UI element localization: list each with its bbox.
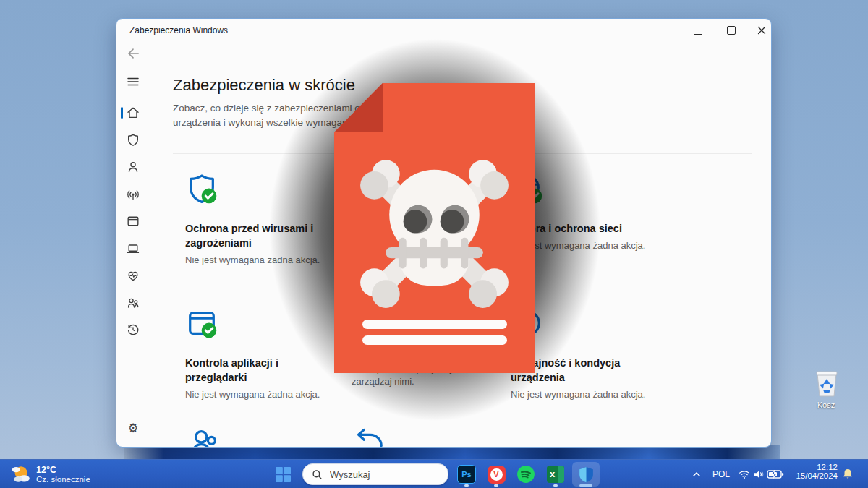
tray-wifi-button[interactable] [738,468,751,484]
tray-language[interactable]: POL [712,469,730,479]
taskbar-app-photoshop[interactable]: Ps [454,462,480,487]
back-arrow-icon [125,46,141,61]
minimize-icon [694,34,702,35]
sidebar-item-family-options[interactable] [116,289,150,317]
history-arrow-icon [352,426,385,448]
sidebar-item-home[interactable] [116,99,150,127]
running-indicator [464,484,469,487]
sidebar-item-account-protection[interactable] [116,153,150,181]
running-indicator [494,484,498,487]
history-clock-icon [126,322,140,337]
malware-file-icon [334,83,535,373]
weather-condition: Cz. słonecznie [36,475,90,484]
sidebar-item-device-performance[interactable] [116,262,150,289]
laptop-icon [126,241,140,256]
family-options-icon [189,426,222,448]
recycle-bin-shortcut[interactable] [813,369,841,402]
photoshop-label: Ps [461,470,471,479]
tile-family-options[interactable] [189,426,222,448]
network-broadcast-icon [126,187,140,202]
tile-app-browser-control[interactable]: Kontrola aplikacji i przeglądarki Nie je… [185,307,341,401]
tray-volume-button[interactable] [752,468,765,484]
family-icon [126,296,140,310]
desktop: Zabezpieczenia Windows [0,0,868,488]
tray-time: 12:12 [788,463,838,471]
search-input[interactable] [328,468,440,481]
tile-status: Nie jest wymagana żadna akcja. [185,388,341,401]
taskbar-app-vivaldi[interactable]: V [483,462,509,487]
minimize-button[interactable] [692,29,704,40]
gear-icon: ⚙ [127,422,138,435]
app-window-check-icon [185,307,218,340]
sidebar-item-settings[interactable]: ⚙ [116,414,150,442]
battery-charging-icon [767,468,784,480]
malware-file-fold [334,83,383,132]
taskbar-app-windows-security-active[interactable] [572,462,600,487]
excel-icon: x [547,466,564,483]
windows-security-shield-icon [577,466,595,484]
weather-widget[interactable]: 12°C Cz. słonecznie [9,463,90,486]
sidebar-item-protection-history[interactable] [116,316,150,343]
recycle-bin-label: Kosz [804,401,848,409]
vivaldi-icon: V [488,466,506,484]
taskbar: 12°C Cz. słonecznie Ps [0,459,868,488]
tile-virus-protection[interactable]: Ochrona przed wirusami i zagrożeniami Ni… [185,172,341,267]
doc-text-line [362,320,507,329]
excel-label: x [550,468,555,479]
skull-crossbones-icon [346,142,523,320]
close-button[interactable] [756,25,767,36]
tray-chevron-button[interactable] [691,468,702,483]
spotify-icon [516,465,535,484]
close-icon [757,26,766,35]
tile-title: Kontrola aplikacji i przeglądarki [185,356,341,385]
tile-status: Nie jest wymagana żadna akcja. [185,254,341,267]
window-title: Zabezpieczenia Windows [129,25,228,35]
vivaldi-label: V [490,468,503,481]
app-window-icon [126,214,140,228]
home-icon [126,106,140,120]
photoshop-icon: Ps [457,465,476,484]
tray-clock[interactable]: 12:12 15/04/2024 [788,463,838,480]
sidebar-item-app-browser-control[interactable] [116,207,150,235]
maximize-button[interactable] [726,25,737,36]
shield-icon [126,133,140,147]
notification-bell-icon [841,467,855,481]
person-icon [126,160,140,174]
maximize-icon [727,26,736,35]
weather-temp: 12°C [36,465,90,475]
excel-icon-panel [558,466,564,483]
speaker-icon [752,468,765,481]
windows-security-window: Zabezpieczenia Windows [116,18,772,448]
recycle-bin-icon [813,369,841,399]
taskbar-app-excel[interactable]: x [542,462,569,487]
running-indicator [553,484,558,487]
tile-protection-history[interactable] [352,426,385,448]
tile-status: Nie jest wymagana żadna akcja. [511,388,666,401]
shield-check-icon [185,172,218,205]
tray-notification-button[interactable] [841,467,855,484]
tile-title: Ochrona przed wirusami i zagrożeniami [185,221,341,250]
tray-date: 15/04/2024 [788,471,838,480]
page-title: Zabezpieczenia w skrócie [173,76,355,95]
divider-bottom [173,411,752,411]
heart-pulse-icon [126,268,140,283]
taskbar-app-spotify[interactable] [513,462,539,487]
start-button[interactable] [272,463,294,485]
search-icon [312,469,323,480]
wifi-icon [738,468,751,481]
doc-text-line [362,335,507,345]
hamburger-icon [126,74,140,89]
search-box[interactable] [302,463,448,485]
sidebar-item-device-security[interactable] [116,235,150,262]
back-button[interactable] [125,46,141,64]
windows-logo-icon [276,467,291,482]
sidebar-item-virus-protection[interactable] [116,127,150,154]
menu-button[interactable] [126,74,140,92]
weather-partly-sunny-icon [9,463,32,486]
chevron-up-icon [691,468,702,480]
sidebar-item-firewall-network[interactable] [116,181,150,208]
tray-battery-button[interactable] [767,468,784,483]
active-indicator [579,484,592,487]
